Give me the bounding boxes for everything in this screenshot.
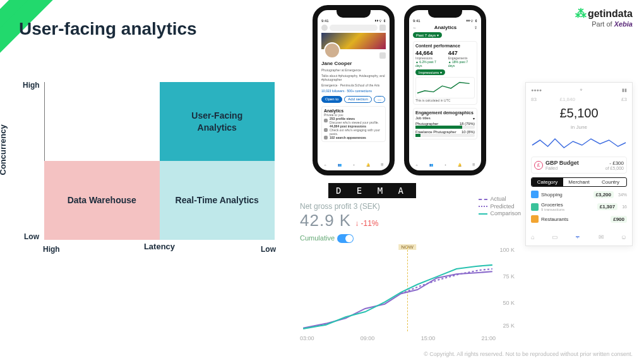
nav-post-icon[interactable]: ＋ xyxy=(350,163,357,167)
budget-label: GBP Budget xyxy=(546,160,579,166)
profile-avatar[interactable] xyxy=(324,42,340,59)
ytick-75k: 75 K xyxy=(503,273,515,280)
open-to-button[interactable]: Open to xyxy=(321,96,342,103)
cat-row-restaurants[interactable]: Restaurants£900 xyxy=(531,215,627,223)
status-icons: ▮▮ ᯤ ▯ xyxy=(374,19,386,23)
x-axis-ticks: 03:0009:0015:0021:00 xyxy=(300,335,496,341)
chart-legend: Actual Predicted Comparison xyxy=(479,196,521,218)
next-amount: £3 xyxy=(621,97,627,102)
status-icons: ▮▮ ᯤ ▯ xyxy=(466,19,477,23)
x-axis-label: Latency xyxy=(144,242,175,251)
spend-sparkline xyxy=(531,134,627,153)
ytick-50k: 50 K xyxy=(503,300,515,306)
nav-jobs-icon[interactable]: ☰ xyxy=(470,163,477,167)
phone-mock-linkedin-analytics: 9:41▮▮ ᯤ ▯ ←Analytics⇪ Past 7 days ▾ Con… xyxy=(404,5,486,175)
profile-bio: Talks about #photography, #videography, … xyxy=(321,74,386,81)
status-time: 9:41 xyxy=(413,19,420,23)
nav-notifications-icon[interactable]: 🔔 xyxy=(364,163,372,167)
cumulative-toggle[interactable] xyxy=(337,234,354,243)
tab-profile-icon[interactable]: ☺ xyxy=(621,234,627,240)
carrier-icon: ●●●● xyxy=(531,88,542,93)
stat-profile-views[interactable]: 253 profile viewsDiscover who's viewed y… xyxy=(324,117,383,124)
bottom-nav[interactable]: ⌂ 👥 ＋ 🔔 ☰ xyxy=(413,163,477,167)
phone-mock-linkedin-profile: 9:41▮▮ ᯤ ▯ Jane Cooper Photographer at E… xyxy=(313,5,395,175)
chart-value: 42.9 K xyxy=(300,211,351,230)
groceries-icon xyxy=(531,203,539,211)
screen-title: Analytics xyxy=(434,25,457,30)
chart-footnote: This is calculated in UTC xyxy=(415,98,475,102)
tab-stats-icon[interactable]: ⫧ xyxy=(575,234,581,240)
nav-home-icon[interactable]: ⌂ xyxy=(321,163,329,167)
back-icon[interactable]: ← xyxy=(413,26,417,30)
eng-title: Engagement demographics xyxy=(415,110,475,115)
nav-network-icon[interactable]: 👥 xyxy=(336,163,343,167)
y-axis-label: Concurrency xyxy=(0,124,8,175)
quadrant-chart: Concurrency Data Warehouse Real-Time Ana… xyxy=(19,82,275,259)
tab-support-icon[interactable]: ✉ xyxy=(599,234,604,240)
eng-row-1-value: 18 (79%) xyxy=(460,122,475,126)
seg-country[interactable]: Country xyxy=(595,178,626,186)
avatar-icon[interactable] xyxy=(321,25,328,31)
restaurants-icon xyxy=(531,215,539,223)
prev-idx: 83 xyxy=(531,97,537,102)
x-tick-low: Low xyxy=(261,245,276,254)
legend-actual: Actual xyxy=(479,196,521,203)
brand-sub-prefix: Part of xyxy=(592,20,614,28)
brand-sub: Xebia xyxy=(614,20,633,28)
stat-post-impressions[interactable]: 44,864 post impressionsCheck out who's e… xyxy=(324,124,383,136)
dema-logo: D E M A xyxy=(328,183,416,198)
add-section-button[interactable]: Add section xyxy=(344,96,371,103)
bottom-nav[interactable]: ⌂ 👥 ＋ 🔔 ☰ xyxy=(321,163,386,167)
chat-icon[interactable] xyxy=(379,25,386,31)
nav-jobs-icon[interactable]: ☰ xyxy=(378,163,386,167)
segment-control[interactable]: Category Merchant Country xyxy=(531,177,627,187)
seg-category[interactable]: Category xyxy=(532,178,563,186)
nav-network-icon[interactable]: 👥 xyxy=(427,163,435,167)
legend-comparison: Comparison xyxy=(479,210,521,218)
profile-name: Jane Cooper xyxy=(321,61,386,66)
total-amount: £5,100 xyxy=(531,106,627,121)
more-button[interactable]: ⋯ xyxy=(374,96,385,103)
eng-row-2-value: 10 (8%) xyxy=(462,130,475,134)
copyright-notice: © Copyright. All rights reserved. Not to… xyxy=(424,351,633,357)
quadrant-cell-rt: Real-Time Analytics xyxy=(160,161,275,240)
nav-home-icon[interactable]: ⌂ xyxy=(413,163,420,167)
seg-merchant[interactable]: Merchant xyxy=(563,178,595,186)
impressions-sparkline xyxy=(415,77,475,98)
prev-amount: £1,840 xyxy=(559,97,575,102)
analytics-title: Analytics xyxy=(324,109,383,113)
eng-filter[interactable]: Job titles xyxy=(415,116,431,121)
chart-delta: ↓ -11% xyxy=(355,219,378,228)
metric-chip[interactable]: Impressions ▾ xyxy=(415,69,445,75)
x-tick-high: High xyxy=(43,245,60,254)
tab-card-icon[interactable]: ▭ xyxy=(552,234,558,240)
profile-followers[interactable]: 10,023 followers · 500+ connections xyxy=(321,89,386,93)
cat-row-shopping[interactable]: Shopping£3,20034% xyxy=(531,191,627,198)
cat-row-groceries[interactable]: Groceries9 transactions£1,30716 xyxy=(531,202,627,211)
budget-icon: £ xyxy=(534,161,543,170)
status-time: 9:41 xyxy=(321,19,329,23)
nav-notifications-icon[interactable]: 🔔 xyxy=(456,163,463,167)
nav-post-icon[interactable]: ＋ xyxy=(441,163,449,167)
wifi-icon: ᯤ xyxy=(580,88,584,93)
cumulative-label: Cumulative xyxy=(300,234,335,242)
share-icon[interactable]: ⇪ xyxy=(474,25,477,30)
budget-row[interactable]: £ GBP BudgetFailed - £300of £5,000 xyxy=(531,157,627,174)
chevron-down-icon[interactable]: ▾ xyxy=(473,116,475,121)
brand-logo: ⁂getindata Part of Xebia xyxy=(575,6,633,28)
stat-search-appearances[interactable]: 102 search appearances xyxy=(324,136,383,139)
impressions-delta: ▲ 6.2% past 7 days xyxy=(415,60,436,68)
section-title: Content performance xyxy=(415,44,475,48)
edit-icon[interactable] xyxy=(379,52,386,59)
engagements-value: 447 xyxy=(448,50,475,56)
legend-predicted: Predicted xyxy=(479,203,521,211)
budget-tabbar[interactable]: ⌂ ▭ ⫧ ✉ ☺ xyxy=(531,234,627,240)
profile-headline: Photographer at Emergence xyxy=(321,68,386,72)
tab-home-icon[interactable]: ⌂ xyxy=(531,234,535,240)
engagements-delta: ▲ 18% past 7 days xyxy=(448,60,468,68)
spark-icon: ⁂ xyxy=(575,7,587,20)
date-range-chip[interactable]: Past 7 days ▾ xyxy=(413,32,442,38)
budget-delta: - £300 xyxy=(605,160,624,166)
search-input[interactable] xyxy=(330,25,378,31)
eng-row-2-label: Freelance Photographer xyxy=(415,130,456,134)
